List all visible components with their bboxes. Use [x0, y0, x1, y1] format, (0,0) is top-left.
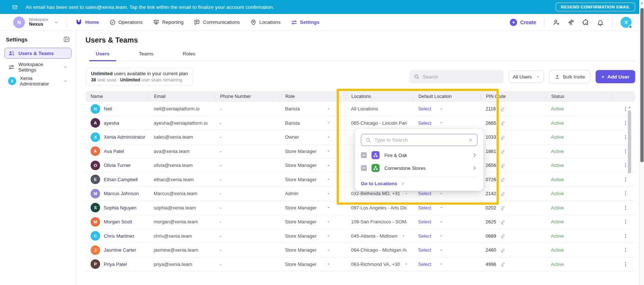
default-location-select[interactable]: Select	[413, 219, 480, 224]
integrations-puzzle-icon[interactable]	[582, 19, 589, 26]
edit-pin-button[interactable]	[501, 177, 506, 182]
caret-down-icon[interactable]	[405, 262, 408, 266]
locations-cell[interactable]: 065-Chicago - Lincoln Park, +	[346, 120, 413, 126]
popup-search-input[interactable]	[374, 137, 465, 143]
caret-down-icon[interactable]	[327, 164, 330, 167]
tab-roles[interactable]: Roles	[176, 49, 202, 61]
role-dropdown[interactable]: Store Manager	[280, 233, 346, 239]
row-menu-button[interactable]	[623, 120, 628, 126]
caret-down-icon[interactable]	[327, 206, 330, 209]
row-menu-button[interactable]	[623, 106, 628, 112]
add-user-button[interactable]: + Add User	[596, 70, 635, 83]
workspace-selector[interactable]: N Workspace Nexus	[13, 17, 59, 28]
caret-down-icon[interactable]	[327, 121, 330, 125]
default-location-select[interactable]: Select	[413, 262, 480, 267]
row-menu-button[interactable]	[623, 191, 628, 196]
chevron-right-icon[interactable]	[472, 152, 477, 158]
default-location-select[interactable]: Select	[413, 233, 480, 239]
name-cell[interactable]: E Ethan Campbell	[85, 175, 149, 184]
scroll-up-arrow-icon[interactable]: ▲	[628, 106, 631, 109]
row-menu-button[interactable]	[623, 162, 628, 168]
scroll-up-arrow-icon[interactable]: ▲	[640, 1, 644, 5]
role-dropdown[interactable]: Admin	[280, 191, 346, 196]
role-dropdown[interactable]: Barista	[280, 120, 346, 126]
caret-down-icon[interactable]	[327, 135, 330, 139]
caret-down-icon[interactable]	[327, 248, 330, 252]
role-dropdown[interactable]: Owner	[280, 134, 346, 140]
nav-item-settings[interactable]: Settings	[291, 19, 319, 26]
caret-down-icon[interactable]	[439, 248, 443, 252]
name-cell[interactable]: C Chris Martinez	[85, 231, 149, 241]
edit-pin-button[interactable]	[501, 163, 506, 168]
tab-users[interactable]: Users	[89, 49, 116, 61]
edit-pin-button[interactable]	[501, 135, 506, 140]
resend-confirmation-button[interactable]: RESEND CONFIRMATION EMAIL	[556, 3, 635, 11]
page-scrollbar[interactable]: ▲	[639, 0, 644, 285]
default-location-select[interactable]: Select	[413, 191, 480, 196]
default-location-select[interactable]: Select	[413, 247, 480, 253]
name-cell[interactable]: M Morgan Scott	[85, 217, 149, 227]
caret-down-icon[interactable]	[327, 149, 330, 153]
name-cell[interactable]: N Neil	[85, 104, 149, 114]
caret-down-icon[interactable]	[327, 107, 330, 111]
role-dropdown[interactable]: Store Manager	[280, 262, 346, 267]
nav-item-reporting[interactable]: Reporting	[153, 19, 184, 26]
notifications-bell-icon[interactable]	[597, 19, 604, 26]
role-dropdown[interactable]: Store Manager	[280, 149, 346, 154]
edit-pin-button[interactable]	[501, 205, 506, 210]
nav-item-home[interactable]: Home	[75, 19, 99, 26]
locations-cell[interactable]: 032-Bethesda MD, +31	[346, 191, 413, 196]
edit-pin-button[interactable]	[501, 149, 506, 154]
edit-pin-button[interactable]	[501, 219, 506, 224]
role-dropdown[interactable]: Store Manager	[280, 247, 346, 253]
caret-down-icon[interactable]	[327, 178, 330, 181]
locations-cell[interactable]: 064-Chicago - Michigan Aven	[346, 247, 413, 253]
caret-down-icon[interactable]	[439, 206, 443, 209]
locations-cell[interactable]: 063-Richmond VA, +30	[346, 262, 413, 267]
name-cell[interactable]: O Olivia Turner	[85, 161, 149, 170]
row-menu-button[interactable]	[623, 177, 628, 182]
locations-cell[interactable]: 109-San Francisco - SOMA	[346, 219, 413, 224]
edit-pin-button[interactable]	[501, 120, 506, 125]
caret-down-icon[interactable]	[439, 107, 443, 111]
role-dropdown[interactable]: Store Manager	[280, 205, 346, 211]
row-menu-button[interactable]	[623, 219, 628, 224]
row-menu-button[interactable]	[623, 233, 628, 239]
edit-pin-button[interactable]	[501, 248, 506, 253]
row-menu-button[interactable]	[623, 262, 628, 267]
name-cell[interactable]: A ayesha	[85, 118, 149, 128]
locations-cell[interactable]: 045-Atlanta - Midtown	[346, 233, 413, 239]
row-menu-button[interactable]	[623, 205, 628, 211]
user-filter-dropdown[interactable]: All Users	[509, 70, 544, 83]
nav-item-operations[interactable]: Operations	[109, 19, 143, 26]
row-menu-button[interactable]	[623, 247, 628, 253]
create-button[interactable]: + Create	[510, 19, 536, 26]
page-scrollbar-thumb[interactable]	[640, 8, 644, 162]
locations-cell[interactable]: 097-Los Angeles - Arts Distric	[346, 205, 413, 211]
caret-down-icon[interactable]	[439, 262, 443, 266]
search-input[interactable]	[423, 74, 499, 80]
name-cell[interactable]: X Xenia Administrator	[85, 132, 149, 142]
checkbox-indeterminate[interactable]	[361, 165, 367, 171]
default-location-select[interactable]: Select	[413, 106, 480, 112]
nav-item-locations[interactable]: Locations	[250, 19, 281, 26]
edit-pin-button[interactable]	[501, 233, 506, 238]
edit-pin-button[interactable]	[501, 262, 506, 267]
edit-pin-button[interactable]	[501, 191, 506, 196]
caret-down-icon[interactable]	[327, 234, 330, 238]
user-avatar[interactable]: X	[621, 17, 632, 28]
go-to-locations-link[interactable]: Go to Locations	[361, 181, 477, 186]
tab-teams[interactable]: Teams	[132, 49, 160, 61]
role-dropdown[interactable]: Store Manager	[280, 162, 346, 168]
caret-down-icon[interactable]	[402, 234, 405, 238]
edit-pin-button[interactable]	[500, 106, 505, 112]
row-menu-button[interactable]	[623, 134, 628, 140]
location-option-cornerstone-stores[interactable]: Cornerstone Stores	[361, 164, 477, 172]
caret-down-icon[interactable]	[439, 234, 443, 238]
row-menu-button[interactable]	[623, 149, 628, 154]
caret-down-icon[interactable]	[327, 220, 330, 224]
role-dropdown[interactable]: Store Manager	[280, 219, 346, 224]
clear-search-icon[interactable]	[468, 138, 473, 143]
caret-down-icon[interactable]	[327, 192, 330, 196]
sidebar-item-workspace-settings[interactable]: Workspace Settings	[4, 62, 72, 73]
